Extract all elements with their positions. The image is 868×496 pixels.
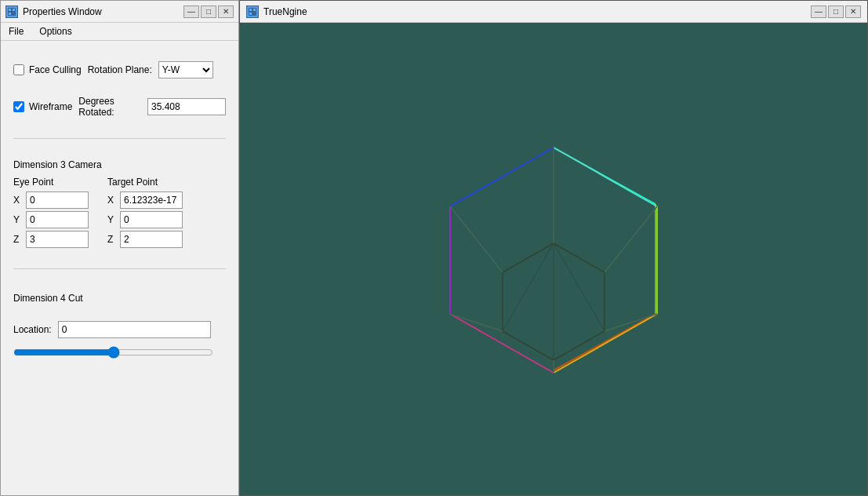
rotation-plane-select[interactable]: Y-W X-Y X-Z X-W Y-Z Z-W (158, 61, 213, 78)
target-x-input[interactable] (120, 191, 183, 209)
eye-z-row: Z (13, 231, 89, 248)
svg-rect-5 (249, 9, 252, 11)
location-row: Location: (13, 321, 226, 338)
target-z-row: Z (107, 231, 183, 248)
dimension3-camera-section: Dimension 3 Camera Eye Point X Y Z (13, 159, 226, 248)
rotation-plane-label: Rotation Plane: (88, 64, 152, 75)
degrees-rotated-input[interactable] (147, 98, 226, 115)
svg-line-18 (554, 243, 605, 272)
dimension4-cut-section: Dimension 4 Cut Location: (13, 293, 226, 362)
target-point-group: Target Point X Y Z (107, 177, 183, 248)
location-label: Location: (13, 324, 52, 335)
degrees-rotated-label: Degrees Rotated: (78, 96, 141, 118)
options-menu[interactable]: Options (35, 24, 76, 38)
eye-point-label: Eye Point (13, 177, 89, 188)
properties-titlebar: Properties Window — □ ✕ (1, 1, 238, 23)
svg-line-21 (503, 331, 554, 360)
target-point-label: Target Point (107, 177, 183, 188)
target-z-input[interactable] (120, 231, 183, 248)
svg-line-25 (605, 206, 657, 272)
target-x-row: X (107, 191, 183, 209)
truengine-titlebar: TrueNgine — □ ✕ (240, 1, 867, 23)
wireframe-label: Wireframe (29, 101, 72, 112)
face-culling-checkbox-row: Face Culling (13, 64, 82, 75)
divider-2 (13, 268, 226, 269)
svg-line-14 (554, 314, 657, 373)
file-menu[interactable]: File (4, 24, 28, 38)
location-input[interactable] (58, 321, 211, 338)
truengine-title: TrueNgine (263, 6, 806, 17)
truengine-window-controls: — □ ✕ (811, 5, 861, 18)
maximize-button[interactable]: □ (201, 5, 216, 18)
eye-x-row: X (13, 191, 89, 209)
target-y-row: Y (107, 211, 183, 228)
svg-line-15 (450, 314, 554, 373)
svg-rect-6 (253, 9, 256, 11)
minimize-button[interactable]: — (183, 5, 199, 18)
menu-bar: File Options (1, 23, 238, 41)
divider-1 (13, 138, 226, 139)
svg-rect-2 (13, 9, 15, 11)
camera-coords: Eye Point X Y Z Target (13, 177, 226, 248)
truengine-close-button[interactable]: ✕ (845, 5, 861, 18)
eye-x-axis: X (13, 195, 23, 206)
hexagon-3d-wireframe (405, 126, 703, 392)
eye-z-input[interactable] (26, 231, 89, 248)
location-slider-container (13, 343, 213, 362)
svg-line-30 (554, 243, 605, 331)
truengine-icon (246, 5, 259, 18)
eye-x-input[interactable] (26, 191, 89, 209)
svg-line-23 (503, 243, 554, 272)
svg-rect-1 (9, 9, 11, 11)
eye-y-input[interactable] (26, 211, 89, 228)
dimension3-title: Dimension 3 Camera (13, 159, 226, 170)
dimension4-title: Dimension 4 Cut (13, 293, 226, 304)
truengine-window: TrueNgine — □ ✕ (239, 0, 868, 496)
svg-rect-3 (9, 13, 11, 15)
truengine-maximize-button[interactable]: □ (828, 5, 844, 18)
target-z-axis: Z (107, 234, 117, 245)
properties-window-icon (5, 5, 18, 18)
target-y-axis: Y (107, 214, 117, 225)
eye-y-row: Y (13, 211, 89, 228)
window-controls: — □ ✕ (183, 5, 234, 18)
truengine-canvas[interactable] (240, 23, 867, 495)
properties-window-title: Properties Window (23, 6, 179, 17)
svg-line-17 (450, 148, 554, 206)
location-slider[interactable] (13, 345, 213, 360)
close-button[interactable]: ✕ (218, 5, 234, 18)
face-culling-label: Face Culling (29, 64, 82, 75)
svg-rect-4 (248, 7, 257, 16)
svg-line-12 (554, 148, 657, 206)
face-culling-checkbox[interactable] (13, 64, 24, 75)
eye-y-axis: Y (13, 214, 23, 225)
svg-line-31 (503, 243, 554, 331)
target-x-axis: X (107, 195, 117, 206)
properties-window: Properties Window — □ ✕ File Options Fac… (0, 0, 239, 496)
svg-rect-0 (7, 7, 16, 16)
face-culling-row: Face Culling Rotation Plane: Y-W X-Y X-Z… (13, 61, 226, 78)
eye-z-axis: Z (13, 234, 23, 245)
target-y-input[interactable] (120, 211, 183, 228)
svg-line-29 (450, 206, 503, 272)
truengine-minimize-button[interactable]: — (811, 5, 826, 18)
eye-point-group: Eye Point X Y Z (13, 177, 89, 248)
properties-content: Face Culling Rotation Plane: Y-W X-Y X-Z… (1, 41, 238, 495)
wireframe-checkbox-row: Wireframe (13, 101, 72, 112)
svg-rect-7 (249, 13, 252, 15)
wireframe-checkbox[interactable] (13, 101, 24, 112)
wireframe-row: Wireframe Degrees Rotated: (13, 96, 226, 118)
